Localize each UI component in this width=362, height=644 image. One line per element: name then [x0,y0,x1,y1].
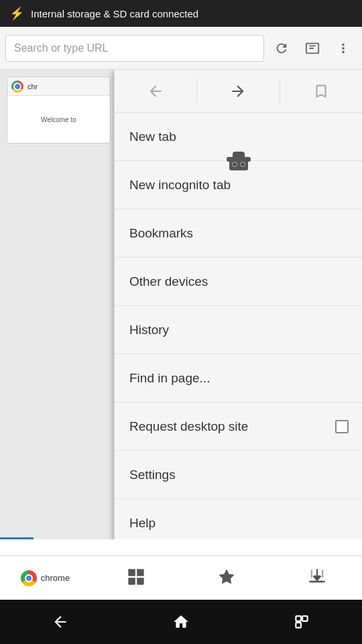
svg-rect-12 [309,580,324,582]
incognito-icon [223,142,254,176]
menu-forward-button[interactable] [197,70,279,112]
tab-welcome-text: Welcome to [41,116,76,123]
system-recent-button[interactable] [282,608,322,635]
menu-item-find-in-page-label: Find in page... [129,371,210,386]
dropdown-menu: New tab New incognito tab [114,70,362,539]
menu-item-help-label: Help [129,516,156,531]
menu-back-button[interactable] [115,70,196,112]
status-bar: ⚡ Internal storage & SD card connected [0,0,362,27]
menu-item-help[interactable]: Help [115,499,362,539]
svg-rect-7 [128,569,135,576]
menu-item-other-devices-label: Other devices [129,274,208,289]
menu-item-find-in-page[interactable]: Find in page... [115,354,362,402]
chrome-logo-small [11,80,23,93]
svg-rect-15 [296,623,301,628]
bottom-nav-tabs[interactable] [90,556,181,600]
system-home-button[interactable] [161,608,201,635]
system-nav [0,600,362,644]
system-back-button[interactable] [40,608,80,635]
menu-item-history-label: History [129,323,169,337]
tabs-button[interactable] [299,35,326,62]
menu-item-bookmarks[interactable]: Bookmarks [115,209,362,258]
tabs-grid-icon [127,568,145,589]
menu-bookmark-button[interactable] [280,70,362,112]
menu-item-new-incognito-tab-label: New incognito tab [129,178,231,193]
bottom-nav-chrome[interactable]: chrome [0,556,90,600]
tab-thumbnail: chr Welcome to [7,76,111,144]
menu-item-new-tab-label: New tab [129,129,176,144]
bottom-nav-download[interactable] [272,556,362,600]
svg-marker-11 [219,569,234,584]
svg-rect-2 [233,152,245,160]
svg-rect-8 [137,569,144,576]
url-bar[interactable]: Search or type URL [5,35,264,62]
tab-thumb-title: chr [27,83,38,91]
menu-item-other-devices[interactable]: Other devices [115,258,362,306]
bookmark-star-icon [217,568,236,589]
menu-nav-row [115,70,362,113]
svg-rect-10 [137,578,144,585]
svg-rect-9 [128,578,135,585]
tab-thumb-bar: chr [7,77,110,96]
url-bar-placeholder: Search or type URL [14,42,109,54]
bottom-nav: chrome [0,555,362,600]
menu-item-settings-label: Settings [129,468,176,482]
menu-item-new-incognito-tab[interactable]: New incognito tab [115,161,362,209]
svg-rect-14 [302,616,308,621]
browser-content: chr Welcome to New tab New inco [0,70,362,539]
menu-item-request-desktop-site[interactable]: Request desktop site [115,402,362,451]
reload-button[interactable] [268,35,295,62]
download-icon [308,568,326,589]
svg-point-6 [241,163,244,166]
menu-item-settings[interactable]: Settings [115,451,362,499]
usb-icon: ⚡ [9,6,24,21]
menu-item-bookmarks-label: Bookmarks [129,226,193,241]
status-bar-text: Internal storage & SD card connected [31,8,198,19]
bottom-nav-bookmark[interactable] [181,556,272,600]
menu-item-request-desktop-site-label: Request desktop site [129,419,248,434]
chrome-label: chrome [41,573,70,583]
tab-thumb-body: Welcome to [7,96,110,143]
chrome-logo-nav [21,570,37,586]
svg-point-5 [233,163,236,166]
menu-item-history[interactable]: History [115,306,362,354]
more-options-button[interactable] [330,35,357,62]
page-progress-bar [0,537,34,539]
svg-rect-13 [296,616,301,621]
browser-toolbar: Search or type URL [0,27,362,70]
chrome-logo-wrapper: chrome [21,570,70,586]
request-desktop-checkbox[interactable] [335,420,349,433]
